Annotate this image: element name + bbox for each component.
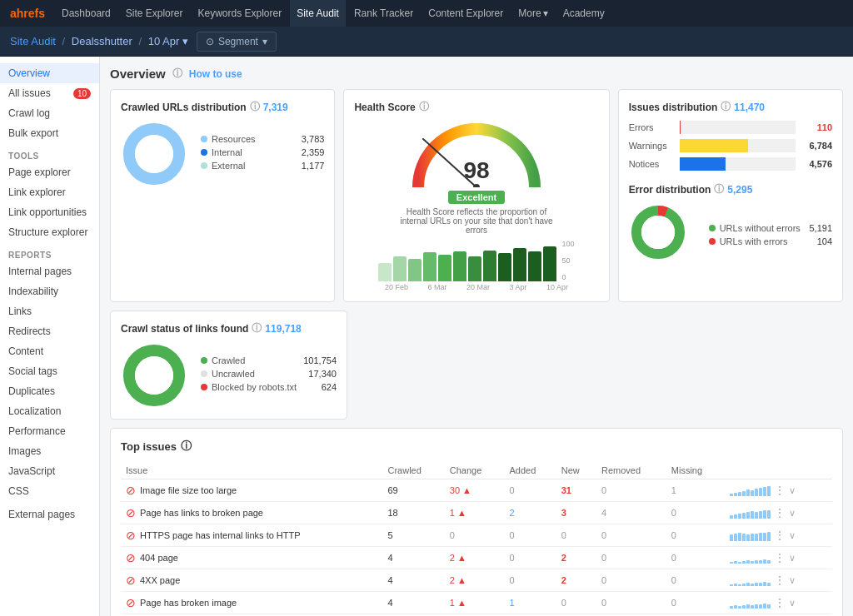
gauge-desc: Health Score reflects the proportion of …	[393, 207, 560, 235]
sidebar-item-performance[interactable]: Performance	[0, 421, 99, 441]
sidebar-item-duplicates[interactable]: Duplicates	[0, 381, 99, 401]
svg-point-4	[135, 135, 173, 173]
sidebar-item-bulk-export[interactable]: Bulk export	[0, 123, 99, 143]
sidebar-item-external-pages[interactable]: External pages	[0, 504, 99, 524]
sub-nav: Site Audit / Dealsshutter / 10 Apr ▾ ⊙ S…	[0, 27, 853, 57]
segment-button[interactable]: ⊙ Segment ▾	[197, 32, 277, 52]
new-cell: 0	[556, 524, 596, 547]
removed-cell: 0	[596, 547, 666, 569]
sidebar-item-link-opportunities[interactable]: Link opportunities	[0, 202, 99, 222]
new-cell: 31	[556, 479, 596, 502]
info-icon[interactable]: ⓘ	[721, 100, 731, 114]
crawl-donut	[121, 342, 187, 409]
crawl-status-total[interactable]: 119,718	[265, 323, 301, 335]
sidebar-item-links[interactable]: Links	[0, 301, 99, 321]
issue-name-cell: ⊘ 4XX page	[121, 569, 382, 592]
nav-keywords-explorer[interactable]: Keywords Explorer	[191, 0, 288, 27]
sidebar-item-indexability[interactable]: Indexability	[0, 281, 99, 301]
sidebar-item-redirects[interactable]: Redirects	[0, 321, 99, 341]
nav-dashboard[interactable]: Dashboard	[55, 0, 117, 27]
expand-icon[interactable]: ∨	[789, 485, 796, 496]
sidebar-item-link-explorer[interactable]: Link explorer	[0, 182, 99, 202]
col-actions	[725, 462, 832, 479]
row-sparkline	[730, 529, 771, 541]
sidebar-item-internal-pages[interactable]: Internal pages	[0, 261, 99, 281]
chevron-down-icon: ▾	[262, 36, 267, 47]
crawled-legend: Resources 3,783 Internal 2,359 External …	[201, 134, 324, 174]
table-row: ⊘ Image file size too large 69 30 ▲ 0 31…	[121, 479, 832, 502]
main-content: Overview ⓘ How to use Crawled URLs distr…	[100, 57, 853, 616]
nav-academy[interactable]: Academy	[556, 7, 611, 19]
more-options-icon[interactable]: ⋮	[774, 551, 786, 564]
col-issue: Issue	[121, 462, 382, 479]
error-dist-total[interactable]: 5,295	[727, 184, 752, 196]
info-icon[interactable]: ⓘ	[250, 100, 260, 114]
info-icon-error[interactable]: ⓘ	[714, 182, 724, 196]
sidebar-item-css[interactable]: CSS	[0, 481, 99, 501]
crawled-cell: 5	[382, 524, 444, 547]
sidebar-item-social-tags[interactable]: Social tags	[0, 361, 99, 381]
nav-content-explorer[interactable]: Content Explorer	[422, 0, 510, 27]
missing-cell: 0	[666, 569, 725, 592]
info-icon-issues[interactable]: ⓘ	[181, 439, 192, 454]
crawled-urls-link[interactable]: 7,319	[263, 102, 288, 113]
warnings-bar-bg	[680, 139, 796, 152]
expand-icon[interactable]: ∨	[789, 598, 796, 609]
info-icon[interactable]: ⓘ	[419, 100, 429, 114]
gauge-wrap: 98	[410, 121, 543, 187]
how-to-link[interactable]: How to use	[189, 68, 242, 80]
sidebar-item-javascript[interactable]: JavaScript	[0, 461, 99, 481]
more-options-icon[interactable]: ⋮	[774, 529, 786, 542]
sidebar-label-reports: Reports	[0, 246, 99, 261]
error-icon: ⊘	[126, 574, 136, 587]
missing-cell: 0	[666, 524, 725, 547]
nav-more[interactable]: More ▾	[511, 7, 554, 19]
sidebar-item-images[interactable]: Images	[0, 441, 99, 461]
actions-cell: ⋮ ∨	[725, 502, 832, 524]
crawled-donut	[121, 121, 187, 187]
info-icon-crawl[interactable]: ⓘ	[252, 321, 262, 335]
expand-icon[interactable]: ∨	[789, 508, 796, 519]
sidebar-item-structure-explorer[interactable]: Structure explorer	[0, 222, 99, 242]
breadcrumb-site-audit[interactable]: Site Audit	[10, 35, 56, 47]
breadcrumb-site[interactable]: Dealsshutter	[72, 35, 132, 47]
errors-count: 110	[801, 122, 832, 132]
sidebar-item-localization[interactable]: Localization	[0, 401, 99, 421]
sidebar-item-crawl-log[interactable]: Crawl log	[0, 103, 99, 123]
error-donut-row: URLs without errors 5,191 URLs with erro…	[629, 203, 832, 270]
more-options-icon[interactable]: ⋮	[774, 596, 786, 609]
more-options-icon[interactable]: ⋮	[774, 484, 786, 497]
sidebar-item-all-issues[interactable]: All issues 10	[0, 83, 99, 103]
new-cell: 2	[556, 569, 596, 592]
svg-point-9	[641, 216, 675, 249]
actions-cell: ⋮ ∨	[725, 547, 832, 569]
nav-site-audit[interactable]: Site Audit	[290, 0, 346, 27]
warnings-count: 6,784	[801, 141, 832, 151]
row-sparkline	[730, 552, 771, 564]
new-cell: 0	[556, 592, 596, 614]
expand-icon[interactable]: ∨	[789, 530, 796, 541]
sidebar-item-page-explorer[interactable]: Page explorer	[0, 162, 99, 182]
removed-cell: 0	[596, 592, 666, 614]
health-sparkline: 100 50 0	[378, 240, 574, 281]
actions-cell: ⋮ ∨	[725, 479, 832, 502]
added-cell: 2	[505, 502, 556, 524]
sidebar-item-content[interactable]: Content	[0, 341, 99, 361]
help-icon[interactable]: ⓘ	[172, 67, 182, 81]
expand-icon[interactable]: ∨	[789, 553, 796, 564]
errors-bar-bg	[680, 121, 796, 134]
new-cell: 2	[556, 547, 596, 569]
nav-site-explorer[interactable]: Site Explorer	[119, 0, 190, 27]
expand-icon[interactable]: ∨	[789, 575, 796, 586]
missing-cell: 0	[666, 592, 725, 614]
breadcrumb-date[interactable]: 10 Apr ▾	[148, 35, 188, 47]
nav-rank-tracker[interactable]: Rank Tracker	[347, 0, 420, 27]
more-options-icon[interactable]: ⋮	[774, 506, 786, 519]
gauge-badge: Excellent	[448, 191, 505, 204]
actions-cell: ⋮ ∨	[725, 592, 832, 614]
sidebar-item-overview[interactable]: Overview	[0, 63, 99, 83]
error-donut	[629, 203, 696, 270]
crawled-urls-title: Crawled URLs distribution ⓘ 7,319	[121, 100, 324, 114]
more-options-icon[interactable]: ⋮	[774, 574, 786, 587]
issues-dist-total[interactable]: 11,470	[734, 102, 765, 113]
